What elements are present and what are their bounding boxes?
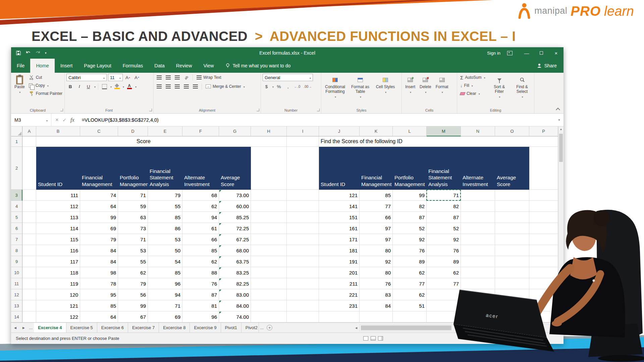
cell-L8[interactable]: 76 (393, 245, 427, 256)
font-family-select[interactable]: Calibri (66, 74, 107, 81)
column-header-O[interactable]: O (495, 126, 529, 136)
cell-K9[interactable]: 92 (360, 256, 393, 267)
cell-J9[interactable]: 191 (319, 256, 360, 267)
increase-font-size-button[interactable]: A (124, 74, 132, 81)
cell-I8[interactable] (287, 245, 319, 256)
clear-button[interactable]: Clear (459, 90, 487, 97)
merge-center-dropdown-icon[interactable] (243, 84, 245, 89)
cell-E7[interactable]: 53 (148, 234, 182, 245)
sheet-tab-pivot2[interactable]: Pivot2 (241, 323, 259, 333)
cell-F14[interactable]: 96 (182, 311, 219, 322)
row-header-2[interactable]: 2 (11, 147, 22, 190)
cell-G5[interactable]: 85.25 (219, 212, 251, 223)
cell-E4[interactable]: 55 (148, 201, 182, 212)
column-header-I[interactable]: I (287, 126, 319, 136)
cell-J4[interactable]: 141 (319, 201, 360, 212)
cell-I7[interactable] (287, 234, 319, 245)
row-header-4[interactable]: 4 (11, 201, 22, 212)
cell-B9[interactable]: 117 (36, 256, 80, 267)
scroll-up-arrow-icon[interactable]: ▲ (558, 126, 564, 132)
cell-E14[interactable]: 69 (148, 311, 182, 322)
cell-E12[interactable]: 94 (148, 289, 182, 300)
row-header-1[interactable]: 1 (11, 136, 22, 147)
save-button[interactable] (16, 50, 21, 56)
clear-dropdown-icon[interactable] (478, 91, 480, 96)
cell-D11[interactable]: 79 (118, 278, 148, 289)
cell-K8[interactable]: 80 (360, 245, 393, 256)
align-left-button[interactable] (155, 83, 163, 90)
italic-button[interactable]: I (75, 83, 83, 90)
font-size-select[interactable]: 11 (108, 74, 123, 81)
new-sheet-button[interactable]: + (265, 323, 274, 333)
cell-E10[interactable]: 85 (148, 267, 182, 278)
cell-I6[interactable] (287, 223, 319, 234)
borders-button[interactable] (101, 83, 108, 90)
cell-K14[interactable] (360, 311, 393, 322)
row-header-12[interactable]: 12 (11, 289, 22, 300)
accounting-format-button[interactable]: $ (263, 83, 270, 90)
delete-cells-dropdown-icon[interactable] (424, 89, 426, 94)
tab-insert[interactable]: Insert (55, 59, 78, 73)
column-header-N[interactable]: N (461, 126, 495, 136)
cell-G3[interactable]: 73.00 (219, 190, 251, 201)
cell-B10[interactable]: 118 (36, 267, 80, 278)
cell-C12[interactable]: 95 (80, 289, 118, 300)
cell-B14[interactable]: 122 (36, 311, 80, 322)
cell-C3[interactable]: 74 (80, 190, 118, 201)
accounting-dropdown-icon[interactable] (272, 84, 274, 89)
column-header-G[interactable]: G (219, 126, 251, 136)
center-button[interactable] (164, 83, 172, 90)
cell-D9[interactable]: 55 (118, 256, 148, 267)
sort-filter-dropdown-icon[interactable] (498, 94, 500, 99)
cell-D10[interactable]: 62 (118, 267, 148, 278)
sign-in-link[interactable]: Sign in (487, 51, 500, 56)
redo-button[interactable] (35, 50, 41, 56)
percent-style-button[interactable]: % (275, 83, 283, 90)
cell-C8[interactable]: 84 (80, 245, 118, 256)
row-header-11[interactable]: 11 (11, 278, 22, 289)
tab-file[interactable]: File (11, 59, 30, 73)
cell-L3[interactable]: 99 (393, 190, 427, 201)
page-break-view-icon[interactable] (378, 336, 383, 341)
cell-A4[interactable] (22, 201, 36, 212)
cell-J13[interactable]: 231 (319, 300, 360, 311)
cell-C11[interactable]: 78 (80, 278, 118, 289)
cell-P1[interactable] (529, 136, 558, 147)
find-select-button[interactable]: Find & Select (511, 74, 533, 107)
cell-I10[interactable] (287, 267, 319, 278)
cell-K11[interactable]: 76 (360, 278, 393, 289)
wrap-text-button[interactable]: Wrap Text (195, 74, 223, 81)
sheet-tab-excercise-6[interactable]: Excercise 6 (97, 323, 128, 333)
row-header-10[interactable]: 10 (11, 267, 22, 278)
share-button[interactable]: Share (530, 59, 564, 73)
cell-E6[interactable]: 86 (148, 223, 182, 234)
cell-F4[interactable]: 62 (182, 201, 219, 212)
find-select-dropdown-icon[interactable] (521, 94, 523, 99)
cell-G8[interactable]: 68.00 (219, 245, 251, 256)
sheet-overflow-left[interactable]: ... (28, 323, 34, 333)
cell-J5[interactable]: 151 (319, 212, 360, 223)
cell-I4[interactable] (287, 201, 319, 212)
cell-E9[interactable]: 54 (148, 256, 182, 267)
cell-C6[interactable]: 69 (80, 223, 118, 234)
cell-A6[interactable] (22, 223, 36, 234)
cell-I14[interactable] (287, 311, 319, 322)
cell-D3[interactable]: 71 (118, 190, 148, 201)
row-header-6[interactable]: 6 (11, 223, 22, 234)
cell-A12[interactable] (22, 289, 36, 300)
cell-G13[interactable]: 84.00 (219, 300, 251, 311)
column-header-M[interactable]: M (427, 126, 461, 136)
cell-G7[interactable]: 67.25 (219, 234, 251, 245)
sheet-tab-excercise-8[interactable]: Excercise 8 (159, 323, 190, 333)
align-right-button[interactable] (173, 83, 181, 90)
cell-H11[interactable] (251, 278, 287, 289)
cell-K4[interactable]: 77 (360, 201, 393, 212)
cell-G6[interactable]: 72.25 (219, 223, 251, 234)
cell-L6[interactable]: 52 (393, 223, 427, 234)
sort-filter-button[interactable]: Sort & Filter (488, 74, 510, 107)
cell-J7[interactable]: 171 (319, 234, 360, 245)
cell-I2[interactable] (287, 147, 319, 190)
cell-E5[interactable]: 85 (148, 212, 182, 223)
cell-H12[interactable] (251, 289, 287, 300)
cell-I1[interactable] (287, 136, 319, 147)
